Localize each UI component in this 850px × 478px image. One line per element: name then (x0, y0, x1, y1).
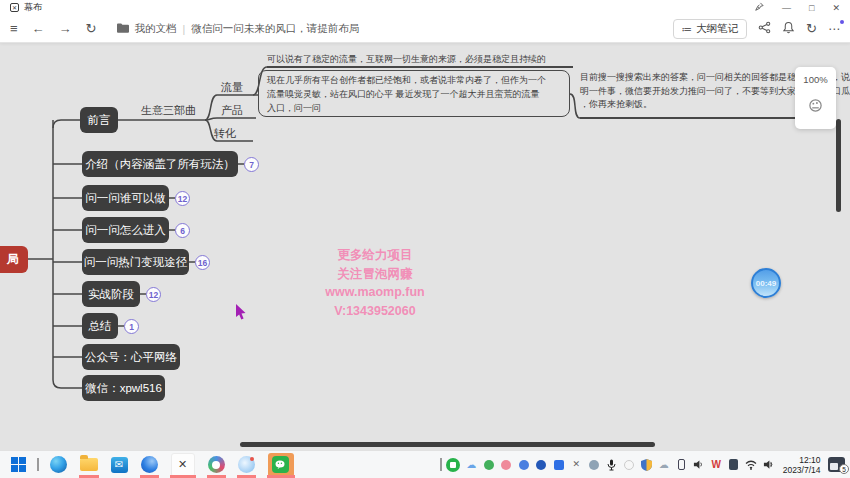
note-underline (580, 117, 812, 119)
topic-node-summary[interactable]: 总结 (82, 313, 118, 339)
tray-volume-icon[interactable] (762, 458, 775, 471)
more-menu-button[interactable]: ⋯ (828, 22, 840, 36)
topic-node-wechat-id[interactable]: 微信：xpwl516 (82, 375, 165, 401)
clock-date: 2023/7/14 (783, 465, 821, 475)
tray-icon[interactable] (535, 458, 548, 471)
tray-icon[interactable] (622, 458, 635, 471)
zoom-panel: 100% (795, 67, 836, 129)
tray-cloud-icon[interactable]: ☁ (657, 458, 670, 471)
tray-wps-icon[interactable]: W (710, 458, 723, 471)
taskbar-mubu-icon[interactable]: ✕ (169, 452, 197, 478)
outline-list-icon: ≔ (682, 23, 693, 35)
watermark-line: 更多给力项目 (300, 246, 450, 265)
vertical-scrollbar[interactable] (836, 119, 841, 212)
note-underline (267, 66, 573, 68)
tray-close-icon[interactable]: ✕ (570, 458, 583, 471)
tray-icon[interactable] (552, 458, 565, 471)
horizontal-scrollbar[interactable] (240, 442, 655, 447)
tray-icon[interactable] (482, 458, 495, 471)
clock-time: 12:10 (783, 455, 821, 465)
tray-icon[interactable] (500, 458, 513, 471)
taskbar-wechat-icon[interactable] (266, 452, 296, 478)
watermark-line: V:1343952060 (300, 302, 450, 321)
mouse-cursor (236, 304, 248, 325)
hamburger-menu-icon[interactable]: ≡ (10, 22, 18, 35)
more-icon: ⋯ (828, 22, 840, 36)
sub-label-flow[interactable]: 流量 (221, 80, 243, 95)
sync-icon[interactable]: ↻ (806, 22, 817, 35)
tray-security-shield-icon[interactable] (640, 458, 653, 471)
back-icon[interactable]: ← (32, 22, 45, 35)
note-flow-box[interactable]: 现在几乎所有平台创作者都已经饱和，或者说非常内卷了，但作为一个 流量嗅觉灵敏，站… (258, 70, 570, 117)
taskbar-mail-icon[interactable]: ✉ (109, 452, 130, 478)
outline-note-button[interactable]: ≔ 大纲笔记 (673, 19, 748, 39)
branch-label-trilogy[interactable]: 生意三部曲 (141, 103, 196, 118)
folder-icon (117, 23, 129, 35)
taskbar-blue-app-icon[interactable] (139, 452, 160, 478)
note-flow-top[interactable]: 可以说有了稳定的流量，互联网一切生意的来源，必须是稳定且持续的 (267, 53, 546, 67)
outline-note-label: 大纲笔记 (696, 22, 738, 36)
tray-icon[interactable] (517, 458, 530, 471)
tray-recorder-icon[interactable] (446, 458, 460, 472)
topic-node-how-to-enter[interactable]: 问一问怎么进入 (82, 217, 169, 243)
watermark-line: 关注冒泡网赚 (300, 265, 450, 284)
tray-microphone-icon[interactable] (605, 458, 618, 471)
window-titlebar: ✕ 幕布 — □ ✕ (0, 0, 850, 15)
zoom-level: 100% (803, 74, 827, 85)
badge-count[interactable]: 12 (146, 287, 161, 302)
app-title: 幕布 (24, 1, 42, 14)
document-title[interactable]: 微信问一问未来的风口，请提前布局 (191, 22, 359, 36)
start-button[interactable] (9, 452, 28, 478)
mindmap-canvas[interactable]: 局 前言 介绍（内容涵盖了所有玩法） 问一问谁可以做 问一问怎么进入 问一问热门… (0, 43, 850, 450)
taskbar-separator (37, 458, 39, 471)
notification-center-icon[interactable]: 5 (828, 457, 845, 472)
badge-count[interactable]: 12 (175, 191, 190, 206)
tray-speaker-icon[interactable] (692, 458, 705, 471)
breadcrumb-separator: | (183, 23, 186, 35)
sub-label-convert[interactable]: 转化 (214, 126, 236, 141)
badge-count[interactable]: 16 (195, 255, 210, 270)
watermark-line: www.maomp.fun (300, 283, 450, 302)
tray-phone-icon[interactable] (675, 458, 688, 471)
badge-count[interactable]: 6 (175, 223, 190, 238)
pin-icon[interactable] (755, 2, 764, 13)
maximize-button[interactable]: □ (809, 3, 814, 13)
forward-icon[interactable]: → (59, 22, 72, 35)
tray-cloud-icon[interactable]: ☁ (465, 458, 478, 471)
topic-node-practice[interactable]: 实战阶段 (82, 281, 140, 307)
taskbar-meeting-app-icon[interactable] (206, 452, 227, 478)
taskbar: ✉ ✕ ☁ ✕ ☁ W (0, 450, 850, 478)
tray-icon[interactable] (587, 458, 600, 471)
tray-network-icon[interactable] (745, 458, 758, 471)
watermark: 更多给力项目 关注冒泡网赚 www.maomp.fun V:1343952060 (300, 246, 450, 320)
minimize-button[interactable]: — (782, 3, 791, 13)
app-logo-icon: ✕ (10, 3, 19, 12)
breadcrumb-folder[interactable]: 我的文档 (135, 22, 177, 36)
taskbar-browser-icon[interactable] (48, 452, 69, 478)
sub-label-product[interactable]: 产品 (221, 103, 243, 118)
taskbar-clock[interactable]: 12:10 2023/7/14 (780, 455, 824, 475)
topic-node-official-account[interactable]: 公众号：心平网络 (82, 344, 180, 370)
recording-timer-bubble[interactable]: 00:49 (751, 268, 781, 298)
badge-count[interactable]: 1 (124, 319, 139, 334)
tray-separator (440, 458, 442, 471)
toolbar: ≡ ← → ↻ 我的文档 | 微信问一问未来的风口，请提前布局 ≔ 大纲笔记 ↻… (0, 15, 850, 43)
taskbar-file-explorer-icon[interactable] (78, 452, 100, 478)
topic-node-who-can-do[interactable]: 问一问谁可以做 (82, 185, 169, 211)
badge-count[interactable]: 7 (244, 157, 259, 172)
close-button[interactable]: ✕ (832, 3, 840, 13)
tray-icon[interactable] (727, 458, 740, 471)
timer-value: 00:49 (756, 279, 776, 288)
notification-dot (840, 20, 844, 24)
bell-icon[interactable] (782, 20, 795, 38)
theme-palette-icon[interactable] (808, 98, 823, 117)
root-node[interactable]: 局 (0, 246, 28, 273)
taskbar-chat-app-icon[interactable] (236, 452, 257, 478)
breadcrumb: 我的文档 | 微信问一问未来的风口，请提前布局 (117, 22, 360, 36)
notification-count-badge: 5 (839, 464, 849, 474)
topic-node-monetize[interactable]: 问一问热门变现途径 (82, 249, 189, 275)
refresh-icon[interactable]: ↻ (86, 22, 97, 35)
share-icon[interactable] (758, 20, 771, 38)
topic-node-preface[interactable]: 前言 (80, 107, 118, 133)
topic-node-intro[interactable]: 介绍（内容涵盖了所有玩法） (82, 151, 238, 177)
